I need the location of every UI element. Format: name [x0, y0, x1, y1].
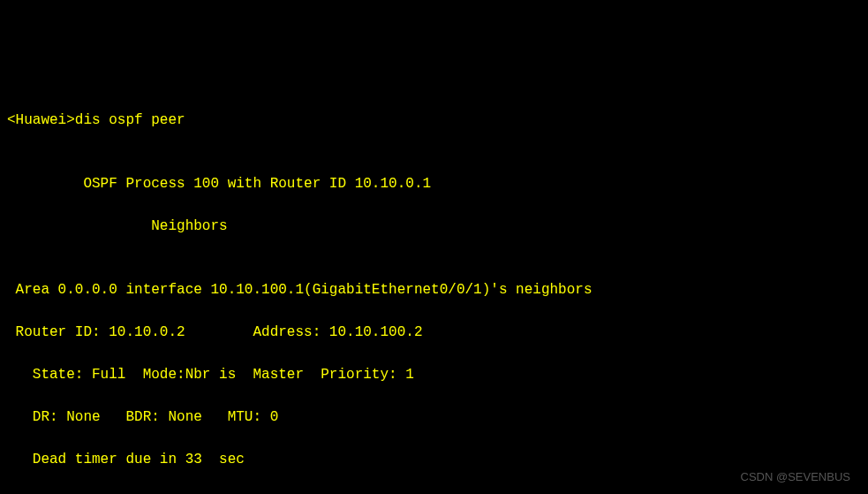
area1-state-line: State: Full Mode:Nbr is Master Priority:… — [7, 364, 861, 385]
area1-dr-bdr-line: DR: None BDR: None MTU: 0 — [7, 407, 861, 428]
neighbors-header: Neighbors — [7, 216, 861, 237]
terminal-output[interactable]: <Huawei>dis ospf peer OSPF Process 100 w… — [7, 88, 861, 494]
area1-router-id-line: Router ID: 10.10.0.2 Address: 10.10.100.… — [7, 322, 861, 343]
area1-interface-line: Area 0.0.0.0 interface 10.10.100.1(Gigab… — [7, 279, 861, 300]
watermark-text: CSDN @SEVENBUS — [741, 468, 850, 486]
ospf-process-header: OSPF Process 100 with Router ID 10.10.0.… — [7, 173, 861, 194]
command-prompt-line: <Huawei>dis ospf peer — [7, 110, 861, 131]
area1-dead-timer-line: Dead timer due in 33 sec — [7, 449, 861, 470]
